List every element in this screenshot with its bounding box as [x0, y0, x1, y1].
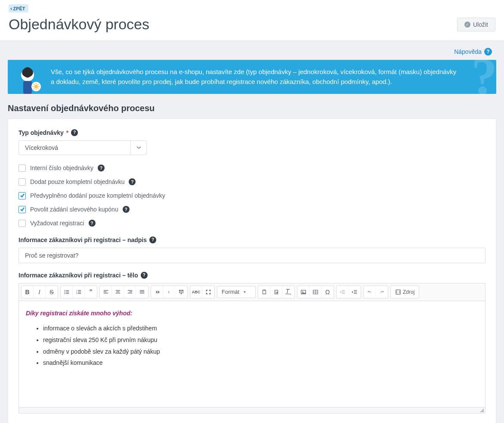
svg-rect-21 — [115, 290, 120, 290]
svg-point-2 — [29, 74, 31, 75]
special-char-button[interactable]: Ω — [322, 286, 334, 298]
align-center-button[interactable] — [112, 286, 124, 298]
indent-button[interactable] — [349, 286, 361, 298]
svg-rect-31 — [263, 290, 266, 294]
checkbox-internal-number[interactable] — [19, 165, 26, 172]
strike-button[interactable]: S — [46, 286, 58, 298]
hint-icon[interactable]: ? — [98, 165, 105, 171]
svg-rect-24 — [127, 290, 132, 290]
reg-body-label: Informace zákazníkovi při registraci – t… — [19, 272, 485, 279]
checkbox-require-reg[interactable] — [19, 220, 26, 227]
reg-heading-input[interactable] — [19, 248, 485, 263]
svg-rect-13 — [78, 290, 81, 290]
svg-rect-9 — [66, 292, 69, 292]
svg-rect-40 — [342, 290, 345, 290]
editor-toolbar: B I S 123 ” ABC — [19, 283, 485, 301]
checkbox-require-reg-label: Vyžadovat registraci — [30, 220, 84, 227]
remove-format-button[interactable]: T× — [282, 286, 294, 298]
settings-card: Typ objednávky * ? Vícekroková Interní č… — [8, 118, 496, 423]
align-right-button[interactable] — [124, 286, 136, 298]
svg-rect-30 — [181, 292, 182, 294]
image-button[interactable] — [297, 286, 309, 298]
checkbox-complete-only[interactable] — [19, 178, 26, 186]
hint-icon[interactable]: ? — [123, 206, 130, 213]
svg-rect-22 — [116, 291, 119, 292]
checkbox-prefill-complete-label: Předvyplněno dodání pouze kompletní obje… — [30, 192, 165, 199]
svg-rect-15 — [78, 292, 81, 292]
svg-rect-23 — [115, 292, 120, 293]
help-icon: ? — [484, 48, 492, 56]
svg-point-10 — [64, 293, 65, 294]
svg-rect-19 — [103, 291, 106, 292]
order-type-select-value[interactable]: Vícekroková — [19, 140, 147, 155]
bold-button[interactable]: B — [22, 286, 34, 298]
svg-point-8 — [64, 291, 65, 292]
source-button[interactable]: Zdroj — [391, 286, 419, 298]
svg-rect-18 — [103, 290, 108, 290]
align-left-button[interactable] — [100, 286, 112, 298]
format-select[interactable]: Formát — [217, 286, 256, 298]
order-type-select[interactable]: Vícekroková — [19, 140, 147, 155]
back-link[interactable]: ZPĚT — [9, 4, 28, 12]
checkbox-prefill-complete[interactable] — [19, 192, 26, 199]
checkbox-allow-coupon-label: Povolit zádání slevového kupónu — [30, 206, 118, 213]
svg-rect-44 — [354, 292, 357, 292]
hint-icon[interactable]: ? — [71, 129, 78, 136]
question-mark-watermark-icon: ? — [471, 60, 496, 94]
spellcheck-button[interactable]: ABC — [190, 286, 202, 298]
editor-resize-handle[interactable] — [19, 407, 485, 414]
paste-word-button[interactable]: W — [270, 286, 282, 298]
hint-icon[interactable]: ? — [129, 178, 136, 185]
help-link[interactable]: Nápověda ? — [454, 48, 492, 56]
hint-icon[interactable]: ? — [149, 236, 156, 243]
save-button[interactable]: ✓ Uložit — [457, 18, 495, 31]
svg-rect-41 — [342, 292, 345, 292]
list-item: odměny v podobě slev za každý pátý nákup — [43, 347, 478, 357]
svg-rect-28 — [140, 291, 145, 292]
redo-button[interactable] — [376, 286, 388, 298]
editor-content[interactable]: Díky registraci získáte mnoho výhod: inf… — [19, 301, 485, 407]
svg-rect-3 — [23, 81, 32, 94]
help-link-label: Nápověda — [454, 48, 482, 55]
svg-rect-29 — [140, 292, 145, 293]
anchor-button[interactable] — [175, 286, 187, 298]
hint-icon[interactable]: ? — [141, 272, 148, 279]
paste-button[interactable] — [258, 286, 270, 298]
svg-text:W: W — [275, 291, 278, 293]
quote-button[interactable]: ” — [85, 286, 97, 298]
svg-rect-26 — [127, 292, 132, 293]
align-justify-button[interactable] — [136, 286, 148, 298]
bullet-list-button[interactable] — [61, 286, 73, 298]
svg-rect-43 — [354, 290, 357, 290]
svg-text:3: 3 — [76, 292, 77, 295]
checkbox-allow-coupon[interactable] — [19, 206, 26, 213]
list-item: informace o slevách a akcích s předstihe… — [43, 324, 478, 333]
unlink-button[interactable] — [163, 286, 175, 298]
fullscreen-button[interactable] — [202, 286, 214, 298]
svg-point-6 — [64, 290, 65, 291]
numbered-list-button[interactable]: 123 — [73, 286, 85, 298]
required-indicator: * — [66, 129, 68, 136]
link-button[interactable] — [151, 286, 163, 298]
info-banner-text: Vše, co se týká objednávkového procesu n… — [51, 68, 456, 85]
svg-rect-32 — [263, 289, 265, 290]
assistant-avatar-icon — [11, 63, 44, 94]
save-button-label: Uložit — [473, 21, 488, 28]
list-item: registrační sleva 250 Kč při prvním náku… — [43, 336, 478, 345]
hint-icon[interactable]: ? — [89, 220, 96, 227]
outdent-button[interactable] — [337, 286, 349, 298]
list-item: snadnější komunikace — [43, 358, 478, 368]
italic-button[interactable]: I — [34, 286, 46, 298]
editor-intro: Díky registraci získáte mnoho výhod: — [26, 309, 478, 318]
order-type-label: Typ objednávky * ? — [19, 129, 485, 136]
table-button[interactable] — [309, 286, 322, 298]
svg-rect-25 — [129, 291, 132, 292]
svg-rect-27 — [140, 290, 145, 290]
svg-point-5 — [34, 85, 38, 88]
svg-rect-17 — [78, 293, 81, 293]
undo-button[interactable] — [364, 286, 376, 298]
svg-rect-20 — [103, 292, 108, 293]
section-title: Nastavení objednávkového procesu — [8, 103, 504, 113]
info-banner: Vše, co se týká objednávkového procesu n… — [8, 60, 496, 94]
checkbox-internal-number-label: Interní číslo objednávky — [30, 165, 93, 171]
